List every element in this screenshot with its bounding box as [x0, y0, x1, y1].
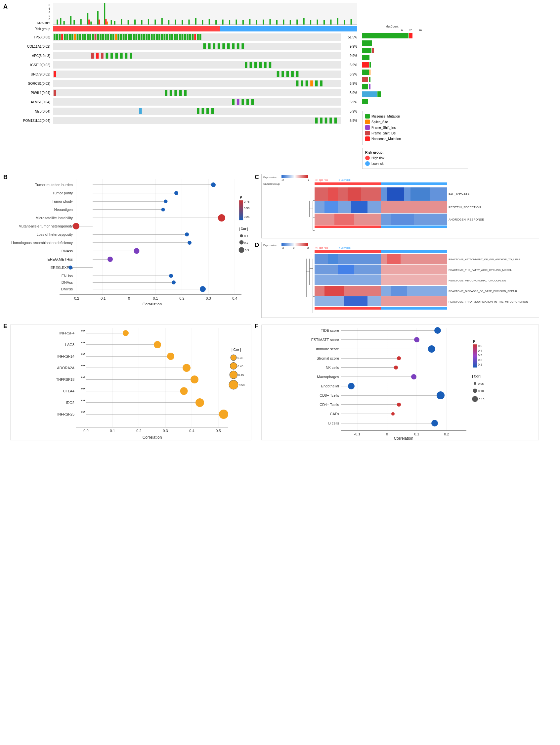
svg-rect-29 [209, 19, 210, 25]
svg-rect-78 [123, 34, 125, 40]
svg-point-209 [134, 248, 140, 254]
svg-rect-113 [222, 43, 225, 49]
svg-point-391 [394, 365, 398, 369]
svg-rect-75 [115, 34, 117, 40]
svg-text:● Low risk: ● Low risk [338, 179, 351, 182]
gene-track [53, 70, 341, 78]
svg-rect-297 [324, 286, 344, 296]
panel-a-label: A [3, 3, 8, 10]
svg-rect-96 [169, 34, 171, 40]
svg-rect-7 [88, 20, 90, 25]
svg-text:0.2: 0.2 [444, 432, 449, 436]
svg-text:REACTOME_DISEASES_OF_BASE_EXCI: REACTOME_DISEASES_OF_BASE_EXCISION_REPAI… [449, 290, 517, 293]
svg-point-394 [411, 374, 416, 380]
svg-rect-10 [99, 20, 100, 25]
svg-text:Tumor mutation burden: Tumor mutation burden [35, 183, 73, 187]
svg-point-359 [230, 363, 237, 369]
svg-rect-293 [315, 275, 381, 285]
gene-pct: 5.9% [341, 109, 357, 113]
svg-rect-88 [148, 34, 150, 40]
svg-rect-23 [168, 20, 169, 25]
gene-label: ALMS1(0.04) [10, 100, 53, 104]
svg-point-397 [348, 383, 355, 389]
svg-point-194 [162, 208, 165, 212]
svg-rect-142 [310, 80, 313, 87]
svg-text:P: P [473, 340, 475, 343]
svg-text:***: *** [81, 399, 86, 403]
panel-f-label: F [255, 323, 258, 330]
svg-rect-117 [241, 43, 244, 49]
svg-point-418 [474, 382, 476, 385]
svg-point-388 [397, 356, 401, 360]
svg-rect-145 [54, 90, 56, 96]
svg-text:***: *** [81, 329, 86, 333]
panel-b-forest-plot: -0.2 -0.1 0 0.1 0.2 0.3 0.4 Correlation … [10, 175, 251, 304]
gene-track [53, 80, 341, 87]
gene-label: UNC79(0.02) [10, 72, 53, 76]
svg-rect-300 [381, 296, 447, 306]
svg-rect-32 [229, 20, 230, 25]
panel-b-label: B [3, 174, 8, 181]
gene-label: TP53(0.03) [10, 35, 53, 39]
svg-text:0: 0 [293, 246, 295, 249]
svg-text:Loss of heterozygosity: Loss of heterozygosity [37, 232, 73, 236]
svg-rect-148 [174, 90, 177, 96]
svg-rect-56 [67, 34, 68, 40]
gene-pct: 6.9% [341, 63, 357, 67]
svg-rect-59 [74, 34, 76, 40]
svg-text:Correlation: Correlation [143, 435, 162, 440]
svg-text:B cells: B cells [328, 421, 339, 425]
svg-text:CTLA4: CTLA4 [63, 389, 74, 393]
svg-rect-82 [133, 34, 135, 40]
svg-point-188 [174, 191, 178, 195]
svg-text:***: *** [81, 387, 86, 391]
svg-rect-150 [184, 90, 186, 96]
svg-rect-16 [121, 19, 122, 25]
svg-rect-162 [320, 118, 322, 124]
svg-rect-4 [73, 20, 75, 25]
svg-text:Immune score: Immune score [316, 347, 339, 351]
svg-text:REACTOME_MITOCHONDRIAL_UNCOUPL: REACTOME_MITOCHONDRIAL_UNCOUPLING [449, 279, 506, 282]
svg-text:| Cor |: | Cor | [232, 348, 241, 352]
svg-rect-140 [301, 80, 303, 87]
svg-rect-302 [315, 307, 381, 310]
svg-text:0.1: 0.1 [414, 432, 419, 436]
svg-rect-84 [138, 34, 140, 40]
gene-pct: 5.9% [341, 100, 357, 104]
svg-rect-301 [344, 296, 368, 306]
svg-text:RNAss: RNAss [62, 249, 73, 253]
svg-rect-128 [250, 62, 252, 68]
svg-rect-108 [200, 34, 202, 40]
svg-rect-18 [134, 20, 136, 25]
svg-text:DMPss: DMPss [61, 287, 73, 291]
svg-rect-62 [82, 34, 84, 40]
svg-rect-97 [171, 34, 173, 40]
svg-rect-141 [306, 80, 308, 87]
svg-rect-51 [54, 34, 56, 40]
svg-rect-5 [80, 19, 82, 25]
svg-rect-41 [290, 20, 291, 25]
svg-rect-152 [237, 99, 240, 105]
svg-point-203 [185, 232, 189, 236]
svg-point-231 [240, 234, 243, 237]
svg-text:0.3: 0.3 [245, 249, 249, 252]
svg-rect-74 [112, 34, 114, 40]
svg-rect-99 [176, 34, 178, 40]
svg-text:***: *** [81, 411, 86, 415]
risk-group-legend: Risk group: High risk Low risk [362, 148, 468, 169]
svg-rect-303 [381, 307, 447, 310]
gene-label: POM121L12(0.04) [10, 119, 53, 123]
svg-text:TNFRSF18: TNFRSF18 [56, 378, 74, 382]
svg-rect-132 [269, 62, 272, 68]
svg-rect-76 [117, 34, 119, 40]
svg-rect-266 [315, 225, 381, 228]
svg-rect-64 [87, 34, 89, 40]
svg-rect-70 [102, 34, 104, 40]
svg-rect-2 [64, 21, 65, 25]
svg-text:0.35: 0.35 [238, 356, 243, 360]
svg-rect-83 [135, 34, 137, 40]
svg-rect-120 [101, 53, 104, 59]
svg-text:IDO2: IDO2 [66, 401, 74, 404]
svg-text:***: *** [81, 353, 86, 357]
gene-track [53, 98, 341, 106]
